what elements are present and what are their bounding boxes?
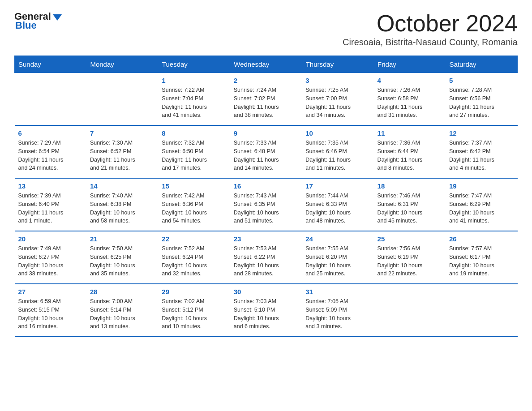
day-info: Sunrise: 7:32 AMSunset: 6:50 PMDaylight:… xyxy=(162,139,226,172)
calendar-cell: 6Sunrise: 7:29 AMSunset: 6:54 PMDaylight… xyxy=(15,125,86,178)
calendar-table: SundayMondayTuesdayWednesdayThursdayFrid… xyxy=(14,56,518,337)
day-info: Sunrise: 7:50 AMSunset: 6:25 PMDaylight:… xyxy=(90,244,154,278)
calendar-cell: 17Sunrise: 7:44 AMSunset: 6:33 PMDayligh… xyxy=(302,178,373,231)
calendar-week-row: 27Sunrise: 6:59 AMSunset: 5:15 PMDayligh… xyxy=(15,284,518,337)
calendar-cell xyxy=(86,73,158,126)
day-info: Sunrise: 7:26 AMSunset: 6:58 PMDaylight:… xyxy=(378,86,442,120)
calendar-cell: 27Sunrise: 6:59 AMSunset: 5:15 PMDayligh… xyxy=(15,284,86,337)
day-number: 30 xyxy=(234,288,298,295)
calendar-header-row: SundayMondayTuesdayWednesdayThursdayFrid… xyxy=(15,56,518,73)
calendar-cell: 29Sunrise: 7:02 AMSunset: 5:12 PMDayligh… xyxy=(158,284,230,337)
day-info: Sunrise: 7:30 AMSunset: 6:52 PMDaylight:… xyxy=(90,139,154,172)
calendar-cell: 26Sunrise: 7:57 AMSunset: 6:17 PMDayligh… xyxy=(446,231,517,284)
day-info: Sunrise: 7:49 AMSunset: 6:27 PMDaylight:… xyxy=(18,244,83,278)
calendar-week-row: 1Sunrise: 7:22 AMSunset: 7:04 PMDaylight… xyxy=(15,73,518,126)
location-text: Ciresoaia, Bistrita-Nasaud County, Roman… xyxy=(343,37,518,47)
day-info: Sunrise: 7:00 AMSunset: 5:14 PMDaylight:… xyxy=(90,297,154,331)
weekday-header-monday: Monday xyxy=(86,56,158,73)
day-number: 22 xyxy=(162,235,226,243)
calendar-week-row: 6Sunrise: 7:29 AMSunset: 6:54 PMDaylight… xyxy=(15,125,518,178)
weekday-header-friday: Friday xyxy=(374,56,446,73)
calendar-cell: 23Sunrise: 7:53 AMSunset: 6:22 PMDayligh… xyxy=(230,231,302,284)
calendar-cell: 28Sunrise: 7:00 AMSunset: 5:14 PMDayligh… xyxy=(86,284,158,337)
weekday-header-sunday: Sunday xyxy=(15,56,86,73)
day-info: Sunrise: 7:43 AMSunset: 6:35 PMDaylight:… xyxy=(234,192,298,225)
day-info: Sunrise: 7:46 AMSunset: 6:31 PMDaylight:… xyxy=(378,192,442,225)
day-number: 25 xyxy=(378,235,442,243)
calendar-week-row: 13Sunrise: 7:39 AMSunset: 6:40 PMDayligh… xyxy=(15,178,518,231)
logo: General Blue xyxy=(14,11,62,31)
day-number: 28 xyxy=(90,288,154,295)
day-number: 12 xyxy=(449,129,514,137)
day-info: Sunrise: 7:24 AMSunset: 7:02 PMDaylight:… xyxy=(234,86,298,120)
day-number: 8 xyxy=(162,129,226,137)
day-number: 15 xyxy=(162,182,226,190)
day-number: 14 xyxy=(90,182,154,190)
page-header: General Blue October 2024 Ciresoaia, Bis… xyxy=(14,11,518,47)
calendar-cell: 8Sunrise: 7:32 AMSunset: 6:50 PMDaylight… xyxy=(158,125,230,178)
calendar-cell: 16Sunrise: 7:43 AMSunset: 6:35 PMDayligh… xyxy=(230,178,302,231)
day-info: Sunrise: 7:25 AMSunset: 7:00 PMDaylight:… xyxy=(305,86,370,120)
day-info: Sunrise: 7:05 AMSunset: 5:09 PMDaylight:… xyxy=(305,297,370,331)
title-block: October 2024 Ciresoaia, Bistrita-Nasaud … xyxy=(343,11,518,47)
day-info: Sunrise: 7:35 AMSunset: 6:46 PMDaylight:… xyxy=(305,139,370,172)
day-info: Sunrise: 7:56 AMSunset: 6:19 PMDaylight:… xyxy=(378,244,442,278)
day-number: 4 xyxy=(378,77,442,84)
calendar-cell: 31Sunrise: 7:05 AMSunset: 5:09 PMDayligh… xyxy=(302,284,373,337)
calendar-cell: 30Sunrise: 7:03 AMSunset: 5:10 PMDayligh… xyxy=(230,284,302,337)
calendar-cell: 19Sunrise: 7:47 AMSunset: 6:29 PMDayligh… xyxy=(446,178,517,231)
day-info: Sunrise: 7:53 AMSunset: 6:22 PMDaylight:… xyxy=(234,244,298,278)
calendar-cell: 14Sunrise: 7:40 AMSunset: 6:38 PMDayligh… xyxy=(86,178,158,231)
day-number: 5 xyxy=(449,77,514,84)
day-number: 20 xyxy=(18,235,83,243)
calendar-cell: 4Sunrise: 7:26 AMSunset: 6:58 PMDaylight… xyxy=(374,73,446,126)
day-info: Sunrise: 6:59 AMSunset: 5:15 PMDaylight:… xyxy=(18,297,83,331)
day-info: Sunrise: 7:55 AMSunset: 6:20 PMDaylight:… xyxy=(305,244,370,278)
calendar-cell: 9Sunrise: 7:33 AMSunset: 6:48 PMDaylight… xyxy=(230,125,302,178)
calendar-cell xyxy=(446,284,517,337)
day-number: 7 xyxy=(90,129,154,137)
day-info: Sunrise: 7:02 AMSunset: 5:12 PMDaylight:… xyxy=(162,297,226,331)
day-number: 26 xyxy=(449,235,514,243)
calendar-cell: 20Sunrise: 7:49 AMSunset: 6:27 PMDayligh… xyxy=(15,231,86,284)
calendar-cell: 11Sunrise: 7:36 AMSunset: 6:44 PMDayligh… xyxy=(374,125,446,178)
day-number: 21 xyxy=(90,235,154,243)
day-number: 13 xyxy=(18,182,83,190)
day-info: Sunrise: 7:40 AMSunset: 6:38 PMDaylight:… xyxy=(90,192,154,225)
day-info: Sunrise: 7:52 AMSunset: 6:24 PMDaylight:… xyxy=(162,244,226,278)
day-number: 2 xyxy=(234,77,298,84)
weekday-header-tuesday: Tuesday xyxy=(158,56,230,73)
day-number: 1 xyxy=(162,77,226,84)
day-number: 23 xyxy=(234,235,298,243)
day-number: 9 xyxy=(234,129,298,137)
calendar-cell: 1Sunrise: 7:22 AMSunset: 7:04 PMDaylight… xyxy=(158,73,230,126)
calendar-cell: 25Sunrise: 7:56 AMSunset: 6:19 PMDayligh… xyxy=(374,231,446,284)
calendar-cell: 12Sunrise: 7:37 AMSunset: 6:42 PMDayligh… xyxy=(446,125,517,178)
calendar-cell: 18Sunrise: 7:46 AMSunset: 6:31 PMDayligh… xyxy=(374,178,446,231)
day-info: Sunrise: 7:03 AMSunset: 5:10 PMDaylight:… xyxy=(234,297,298,331)
day-info: Sunrise: 7:47 AMSunset: 6:29 PMDaylight:… xyxy=(449,192,514,225)
logo-arrow-icon xyxy=(53,14,62,21)
day-number: 29 xyxy=(162,288,226,295)
day-number: 18 xyxy=(378,182,442,190)
calendar-cell: 21Sunrise: 7:50 AMSunset: 6:25 PMDayligh… xyxy=(86,231,158,284)
day-info: Sunrise: 7:37 AMSunset: 6:42 PMDaylight:… xyxy=(449,139,514,172)
day-number: 27 xyxy=(18,288,83,295)
calendar-cell xyxy=(374,284,446,337)
day-info: Sunrise: 7:42 AMSunset: 6:36 PMDaylight:… xyxy=(162,192,226,225)
calendar-cell: 22Sunrise: 7:52 AMSunset: 6:24 PMDayligh… xyxy=(158,231,230,284)
day-number: 24 xyxy=(305,235,370,243)
day-info: Sunrise: 7:57 AMSunset: 6:17 PMDaylight:… xyxy=(449,244,514,278)
day-info: Sunrise: 7:29 AMSunset: 6:54 PMDaylight:… xyxy=(18,139,83,172)
day-number: 3 xyxy=(305,77,370,84)
day-number: 11 xyxy=(378,129,442,137)
calendar-cell: 10Sunrise: 7:35 AMSunset: 6:46 PMDayligh… xyxy=(302,125,373,178)
month-title: October 2024 xyxy=(343,11,518,36)
day-info: Sunrise: 7:36 AMSunset: 6:44 PMDaylight:… xyxy=(378,139,442,172)
day-info: Sunrise: 7:33 AMSunset: 6:48 PMDaylight:… xyxy=(234,139,298,172)
day-info: Sunrise: 7:44 AMSunset: 6:33 PMDaylight:… xyxy=(305,192,370,225)
day-number: 19 xyxy=(449,182,514,190)
weekday-header-thursday: Thursday xyxy=(302,56,373,73)
day-number: 31 xyxy=(305,288,370,295)
calendar-cell: 2Sunrise: 7:24 AMSunset: 7:02 PMDaylight… xyxy=(230,73,302,126)
